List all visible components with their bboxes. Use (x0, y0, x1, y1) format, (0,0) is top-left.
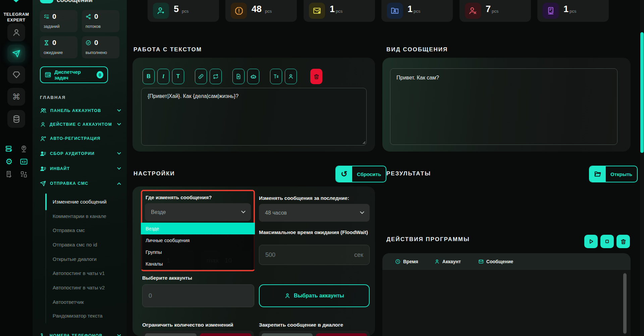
submenu-guide-line (46, 193, 46, 323)
text-template-button[interactable] (270, 69, 282, 84)
user-icon (434, 259, 440, 264)
user-icon (12, 28, 21, 37)
submenu-item-autoresponder[interactable]: Автоответчик (53, 297, 84, 307)
toggle-on-button[interactable] (262, 333, 313, 336)
sidebar-item-auto-registration[interactable]: АВТО-РЕГИСТРАЦИЯ (40, 133, 120, 144)
checklist-icon (44, 14, 49, 19)
toggle-on-button[interactable] (145, 333, 197, 336)
sidebar-item-send-sms[interactable]: ОТПРАВКА СМС (40, 178, 120, 188)
period-select[interactable]: 48 часов (259, 204, 370, 222)
page-scrollbar-thumb[interactable] (640, 32, 644, 153)
app-logo: TELEGRAM EXPERT (0, 11, 33, 23)
accounts-count-input[interactable] (143, 285, 254, 307)
floodwait-input[interactable] (259, 245, 369, 265)
user-heart-icon (153, 3, 169, 19)
chevron-down-icon (241, 209, 246, 213)
stat-label: ожидание (44, 50, 63, 55)
submenu-item-text-randomizer[interactable]: Рандомизатор текста (53, 311, 103, 321)
stat-unit: pcs (182, 9, 189, 14)
dropdown-option-groups[interactable]: Группы (141, 246, 255, 258)
sidebar-item-accounts-panel[interactable]: ПАНЕЛЬ АККАУНТОВ (40, 106, 120, 116)
chevron-down-icon (117, 333, 121, 336)
warning-octagon-icon (231, 3, 247, 19)
pin-message-label: Закрепить сообщение в диалоге (259, 322, 343, 328)
clear-log-button[interactable] (616, 235, 630, 248)
swap-icon[interactable] (20, 170, 28, 178)
submenu-item-channel-comments[interactable]: Комментарии в канале (53, 211, 106, 221)
repeat-button[interactable] (210, 69, 222, 84)
bold-button[interactable]: B (143, 69, 155, 84)
toggle-off-button[interactable] (316, 333, 367, 336)
reset-settings-button[interactable]: ↺ Сбросить (335, 166, 386, 182)
rail-send-button[interactable] (7, 45, 25, 62)
submenu-item-edit-messages[interactable]: Изменение сообщений (53, 197, 107, 207)
server-check-icon[interactable] (5, 145, 13, 153)
stat-value: 0 (52, 39, 56, 47)
start-button[interactable] (584, 235, 598, 248)
submenu-item-send-sms-by-id[interactable]: Отправка смс по id (53, 239, 97, 249)
submenu-item-autoposting-v1[interactable]: Автопостинг в чаты v1 (53, 268, 105, 278)
submenu-item-open-dialogs[interactable]: Открытые диалоги (53, 254, 97, 264)
submenu-item-autoposting-v2[interactable]: Автопостинг в чаты v2 (53, 282, 105, 292)
robot-icon (250, 73, 257, 80)
rail-database-button[interactable] (7, 110, 25, 128)
where-edit-select[interactable]: Везде (145, 203, 251, 221)
toggle-off-button[interactable] (200, 333, 252, 336)
document-check-icon[interactable] (5, 170, 13, 178)
rail-commands-button[interactable]: ⌘ (7, 88, 25, 106)
stat-card-tasks: 0 заданий (40, 10, 77, 32)
where-edit-dropdown: Везде Личные сообщения Группы Каналы (141, 223, 255, 270)
rail-premium-button[interactable] (7, 66, 25, 83)
file-insert-button[interactable] (232, 69, 245, 84)
where-edit-label: Где изменять сообщения? (146, 194, 212, 200)
task-dispatcher-button[interactable]: Диспетчер задач 0 (40, 66, 108, 83)
nav-label: АВТО-РЕГИСТРАЦИЯ (50, 136, 100, 141)
sidebar-item-audience-collect[interactable]: СБОР АУДИТОРИИ (40, 149, 120, 159)
message-textarea[interactable]: {Привет|Хай}. Как {дела|сам|жизнь}? (141, 88, 367, 146)
hourglass-icon (44, 40, 49, 46)
sidebar-item-phone-numbers[interactable]: НОМЕРА ТЕЛЕФОНОВ (40, 331, 120, 336)
robot-button[interactable] (247, 69, 259, 84)
open-results-button[interactable]: Открыть (589, 166, 638, 182)
machine-icon (543, 3, 559, 19)
period-value: 48 часов (265, 210, 287, 216)
italic-button[interactable]: I (157, 69, 169, 84)
accounts-input-wrap (142, 284, 254, 307)
nav-label: НОМЕРА ТЕЛЕФОНОВ (50, 333, 103, 336)
nav-label: ИНВАЙТ (50, 166, 70, 171)
cutoff-section-title: сообщений (57, 0, 93, 4)
link-button[interactable] (195, 69, 207, 84)
choose-accounts-button[interactable]: Выбрать аккаунты (259, 284, 370, 307)
user-camera-icon[interactable] (20, 145, 28, 153)
text-lines-icon (273, 73, 279, 79)
sidebar-item-invite[interactable]: ИНВАЙТ (40, 164, 120, 174)
clear-text-button[interactable] (310, 69, 322, 84)
play-icon (588, 238, 594, 245)
cutoff-toggle[interactable] (40, 0, 53, 3)
sidebar-item-account-action[interactable]: ДЕЙСТВИЕ С АККАУНТОМ (40, 119, 120, 129)
table-scrollbar-thumb[interactable] (623, 273, 627, 334)
link-icon (198, 73, 204, 79)
stat-label: заданий (44, 24, 60, 29)
chevron-up-icon (117, 182, 121, 186)
dropdown-option-everywhere[interactable]: Везде (141, 223, 255, 234)
accounts-label: Выберите аккаунты (142, 275, 192, 281)
stat-unit: pcs (492, 9, 498, 14)
database-icon (12, 115, 21, 123)
rail-profile-button[interactable] (7, 23, 25, 41)
top-stat-card: 1 pcs (537, 0, 609, 22)
code-window-icon[interactable] (20, 158, 28, 166)
dropdown-option-private[interactable]: Личные сообщения (141, 234, 255, 246)
stat-value: 0 (94, 12, 98, 20)
section-title-message-view: ВИД СООБЩЕНИЯ (386, 46, 448, 53)
actions-log-table: Время Аккаунт Сообщение (382, 253, 631, 336)
stop-button[interactable] (600, 235, 614, 248)
text-style-button[interactable]: T (172, 69, 184, 84)
gear-icon[interactable]: ⚙ (5, 158, 13, 166)
dropdown-option-channels[interactable]: Каналы (141, 258, 255, 270)
stat-card-done: 0 выполнено (82, 36, 119, 58)
paper-plane-icon (12, 49, 21, 58)
section-title-text-work: РАБОТА С ТЕКСТОМ (133, 46, 202, 53)
submenu-item-send-sms[interactable]: Отправка смс (53, 225, 85, 235)
person-insert-button[interactable] (285, 69, 297, 84)
